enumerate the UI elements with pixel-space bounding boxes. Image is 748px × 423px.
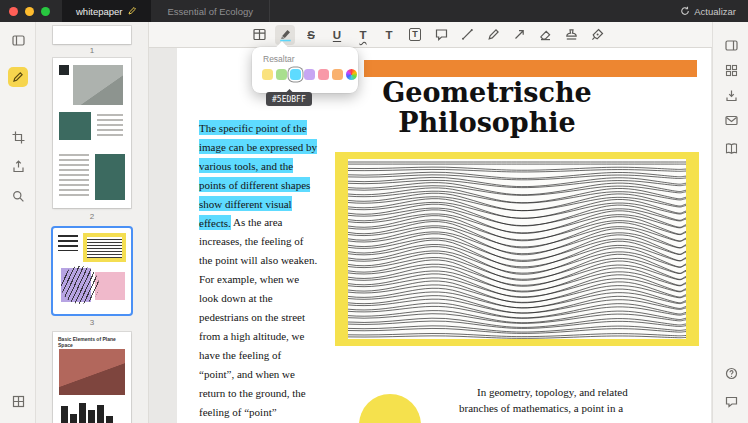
highlight-color-popover: Resaltar	[252, 47, 358, 93]
popover-title: Resaltar	[252, 47, 358, 64]
color-swatch[interactable]	[276, 69, 287, 80]
page-thumbnail-4[interactable]: Basic Elements of Plane Space	[53, 332, 131, 423]
caption-paragraph: In geometry, topology, and related branc…	[459, 384, 667, 416]
update-button-label: Actualizar	[694, 6, 736, 17]
tab-essential-of-ecology[interactable]: Essential of Ecology	[151, 0, 270, 22]
eraser-icon	[538, 27, 553, 42]
line-tool[interactable]	[457, 25, 477, 45]
page-thumbnail-2[interactable]	[53, 58, 131, 208]
refresh-icon	[680, 6, 690, 16]
tab-ecology-label: Essential of Ecology	[167, 6, 253, 17]
right-icon-rail	[712, 22, 748, 423]
textbox-tool[interactable]: T	[405, 25, 425, 45]
color-hex-tooltip: #5EDBFF	[266, 92, 312, 106]
mail-icon[interactable]	[721, 110, 741, 130]
yellow-panel	[335, 152, 699, 346]
tab-whitepaper[interactable]: whitepaper	[62, 0, 151, 22]
note-tool[interactable]	[431, 25, 451, 45]
page-number-3: 3	[53, 318, 131, 327]
page-thumbnail-1[interactable]	[53, 26, 131, 44]
thumb4-image-block	[59, 349, 125, 395]
line-icon	[460, 27, 475, 42]
left-icon-rail	[0, 22, 36, 423]
thumb2-teal-block	[95, 154, 125, 200]
thumb3-scribble	[61, 266, 99, 304]
orange-bar	[364, 60, 697, 77]
note-icon	[434, 27, 449, 42]
minimize-window-button[interactable]	[25, 7, 34, 16]
yellow-circle	[359, 394, 421, 423]
export-icon[interactable]	[8, 156, 28, 176]
textbox-icon: T	[409, 28, 422, 41]
stamp-icon	[564, 27, 579, 42]
book-icon[interactable]	[721, 138, 741, 158]
search-icon[interactable]	[8, 186, 28, 206]
fullscreen-window-button[interactable]	[41, 7, 50, 16]
swatch-row	[262, 69, 358, 80]
tab-whitepaper-label: whitepaper	[76, 6, 122, 17]
page-thumbnail-3-selected[interactable]	[53, 228, 131, 314]
arrow-tool[interactable]	[509, 25, 529, 45]
thumb3-mesh-block	[87, 237, 122, 258]
page-number-2: 2	[53, 212, 131, 221]
pencil-icon	[486, 27, 501, 42]
highlighter-tool[interactable]	[275, 25, 295, 45]
edit-icon	[127, 6, 137, 16]
pdf-page: Geometrische Philosophie The specific po…	[177, 48, 711, 423]
window-controls	[0, 0, 62, 22]
thumb2-text-lines	[59, 154, 89, 196]
color-swatch[interactable]	[332, 69, 343, 80]
thumb3-pink-block	[95, 272, 125, 300]
chat-icon[interactable]	[721, 391, 741, 411]
custom-color-button[interactable]	[346, 69, 357, 80]
thumb2-text-lines	[97, 114, 123, 138]
color-swatch[interactable]	[304, 69, 315, 80]
area-highlight-tool[interactable]	[249, 25, 269, 45]
page-number-1: 1	[53, 46, 131, 55]
grid-view-icon[interactable]	[721, 60, 741, 80]
annotate-icon[interactable]	[8, 67, 28, 87]
color-swatch[interactable]	[318, 69, 329, 80]
thumb2-logo-block	[59, 65, 69, 75]
titlebar: whitepaper Essential of Ecology Actualiz…	[0, 0, 748, 22]
document-title: Geometrische Philosophie	[351, 78, 623, 138]
download-icon[interactable]	[721, 85, 741, 105]
help-icon[interactable]	[721, 363, 741, 383]
eraser-tool[interactable]	[535, 25, 555, 45]
thumb4-bar-chart	[61, 402, 123, 423]
sidebar-toggle-icon[interactable]	[8, 30, 28, 50]
mesh-image	[348, 159, 686, 339]
thumb4-title: Basic Elements of Plane Space	[58, 336, 126, 348]
annotation-toolbar: S U T T T	[149, 22, 712, 48]
squiggly-underline-tool[interactable]: T	[353, 25, 373, 45]
signature-pen-icon	[590, 27, 605, 42]
close-window-button[interactable]	[9, 7, 18, 16]
thumb2-photo-block	[73, 65, 123, 105]
color-swatch[interactable]	[290, 69, 301, 80]
highlighter-icon	[278, 27, 293, 42]
strikethrough-tool[interactable]: S	[301, 25, 321, 45]
thumb2-teal-block	[59, 112, 91, 140]
crop-icon[interactable]	[8, 127, 28, 147]
paragraph-text: As the area increases, the feeling of th…	[199, 216, 317, 418]
pencil-tool[interactable]	[483, 25, 503, 45]
arrow-icon	[512, 27, 527, 42]
pages-grid-icon[interactable]	[8, 391, 28, 411]
signature-tool[interactable]	[587, 25, 607, 45]
update-button[interactable]: Actualizar	[680, 0, 748, 22]
thumb3-title-lines	[58, 235, 78, 251]
text-tool[interactable]: T	[379, 25, 399, 45]
thumbnail-panel: 1 2 3 Basic Elements of Plane Space	[36, 22, 149, 423]
right-panel-toggle-icon[interactable]	[721, 35, 741, 55]
document-canvas[interactable]: Geometrische Philosophie The specific po…	[149, 48, 712, 423]
underline-tool[interactable]: U	[327, 25, 347, 45]
stamp-tool[interactable]	[561, 25, 581, 45]
body-paragraph: The specific point of the image can be e…	[199, 118, 319, 422]
highlighted-text[interactable]: The specific point of the image can be e…	[199, 120, 317, 230]
color-swatch[interactable]	[262, 69, 273, 80]
